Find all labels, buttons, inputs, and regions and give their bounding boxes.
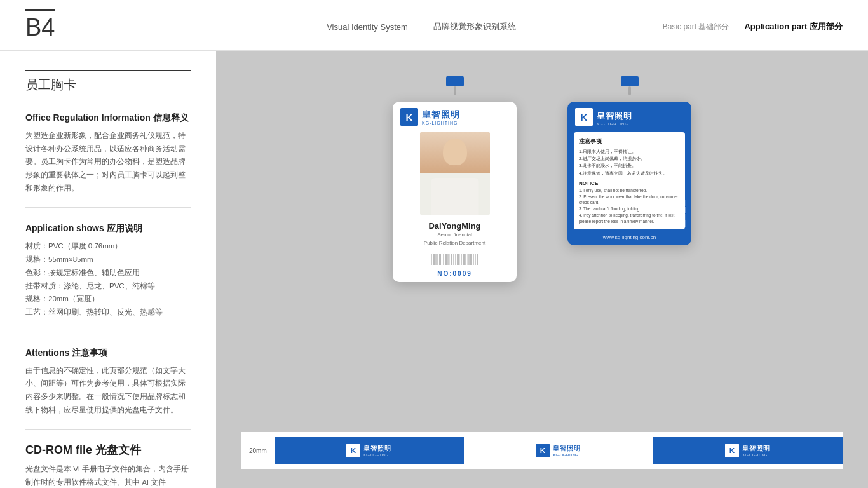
notice-cn-4: 4.注意保管，请离交回，若若失请及时挂失。 bbox=[579, 170, 680, 177]
notice-cn-title: 注意事项 bbox=[579, 137, 680, 146]
page-number: B4 bbox=[25, 10, 55, 41]
card-person-name: DaiYongMing bbox=[393, 217, 517, 232]
stripe-logo-1: 皇智照明 KG-LIGHTING bbox=[363, 444, 391, 457]
back-company-en: KG-LIGHTING bbox=[597, 122, 632, 126]
application-body: 材质：PVC（厚度 0.76mm） 规格：55mm×85mm 色彩：按规定标准色… bbox=[25, 240, 191, 318]
card-person-title: Senior financial bbox=[393, 232, 517, 240]
stripe-cn-2: 皇智照明 bbox=[553, 444, 581, 453]
kg-logo-back: K bbox=[575, 108, 593, 128]
card-photo bbox=[420, 132, 490, 215]
sidebar: 员工胸卡 Office Regulation Information 信息释义 … bbox=[0, 51, 216, 488]
back-website: www.kg-lighting.com.cn bbox=[567, 229, 691, 245]
front-company-en: KG-LIGHTING bbox=[422, 121, 460, 125]
stripe-en-2: KG-LIGHTING bbox=[553, 453, 581, 457]
office-body: 为塑造企业新形象，配合企业商务礼仪规范，特设计各种办公系统用品，以适应各种商务活… bbox=[25, 129, 191, 194]
svg-rect-10 bbox=[679, 200, 686, 206]
kg-logo-front: K bbox=[400, 108, 418, 126]
notice-cn-1: 1.只限本人使用，不得转让。 bbox=[579, 148, 680, 155]
svg-rect-12 bbox=[658, 214, 665, 220]
notice-en-title: NOTICE bbox=[579, 180, 680, 186]
stripe-cn-1: 皇智照明 bbox=[363, 444, 391, 453]
clip-connector-front bbox=[454, 86, 456, 95]
section-title: 员工胸卡 bbox=[25, 76, 191, 93]
id-card-back: K 皇智照明 KG-LIGHTING 注意事项 1.只限本人使用，不得转让。 2… bbox=[567, 102, 691, 245]
stripe-section-1: K 皇智照明 KG-LIGHTING bbox=[275, 437, 464, 464]
main-content: 员工胸卡 Office Regulation Information 信息释义 … bbox=[0, 51, 868, 488]
svg-rect-7 bbox=[658, 207, 665, 213]
id-cards-display: K 皇智照明 KG-LIGHTING bbox=[393, 70, 691, 428]
page-header: B4 Visual Identity System 品牌视觉形象识别系统 Bas… bbox=[0, 0, 868, 51]
svg-text:K: K bbox=[406, 112, 413, 123]
app-line-2: 规格：55mm×85mm bbox=[25, 253, 191, 266]
vis-cn: 品牌视觉形象识别系统 bbox=[433, 21, 516, 32]
decorative-pattern bbox=[658, 200, 686, 227]
office-heading: Office Regulation Information 信息释义 bbox=[25, 112, 191, 124]
header-right: Basic part 基础部分 Application part 应用部分 bbox=[601, 18, 843, 32]
lanyard-bar: 20mm K 皇智照明 KG-LIGHTING K 皇智照明 KG-LIGHTI bbox=[241, 432, 843, 469]
svg-rect-6 bbox=[672, 200, 679, 206]
svg-rect-17 bbox=[665, 220, 672, 227]
header-left: B4 bbox=[25, 9, 241, 41]
lanyard-stripe: K 皇智照明 KG-LIGHTING K 皇智照明 KG-LIGHTING bbox=[275, 437, 843, 464]
notice-en-1: 1. I only use, shall not be transferred. bbox=[579, 187, 680, 194]
svg-rect-18 bbox=[672, 220, 679, 227]
id-card-front: K 皇智照明 KG-LIGHTING bbox=[393, 102, 517, 282]
stripe-en-1: KG-LIGHTING bbox=[363, 453, 391, 457]
application-heading: Application shows 应用说明 bbox=[25, 223, 191, 234]
front-logo-area: K 皇智照明 KG-LIGHTING bbox=[393, 102, 517, 130]
clip-connector-back bbox=[628, 86, 631, 95]
notice-cn-3: 3.此卡不能浸水，不能折叠。 bbox=[579, 162, 680, 169]
app-line-4: 挂带材质：涤纶、尼龙、PVC、纯棉等 bbox=[25, 280, 191, 293]
notice-cn-2: 2.进厂交场上岗佩戴，消损勿令。 bbox=[579, 155, 680, 162]
svg-text:K: K bbox=[351, 446, 356, 454]
svg-text:K: K bbox=[540, 446, 546, 454]
back-company-name: 皇智照明 KG-LIGHTING bbox=[597, 111, 632, 126]
svg-rect-4 bbox=[658, 200, 665, 206]
svg-text:K: K bbox=[729, 446, 735, 454]
svg-rect-16 bbox=[658, 220, 665, 227]
barcode-display bbox=[431, 254, 478, 265]
clip-square-front bbox=[446, 76, 464, 86]
svg-rect-5 bbox=[665, 200, 672, 206]
attentions-heading: Attentions 注意事项 bbox=[25, 348, 191, 359]
svg-rect-9 bbox=[672, 207, 679, 213]
svg-rect-8 bbox=[665, 207, 672, 213]
app-line-6: 工艺：丝网印刷、热转印、反光、热感等 bbox=[25, 306, 191, 319]
stripe-logo-2: 皇智照明 KG-LIGHTING bbox=[553, 444, 581, 457]
lanyard-width-label: 20mm bbox=[249, 447, 267, 454]
person-body bbox=[431, 178, 478, 215]
app-line-3: 色彩：按规定标准色、辅助色应用 bbox=[25, 266, 191, 280]
application-part-label: Application part 应用部分 bbox=[744, 21, 843, 32]
vis-title: Visual Identity System bbox=[327, 22, 408, 32]
back-logo-area: K 皇智照明 KG-LIGHTING bbox=[567, 102, 691, 132]
lanyard-clip-back bbox=[620, 76, 639, 102]
svg-text:K: K bbox=[581, 112, 588, 123]
stripe-en-3: KG-LIGHTING bbox=[742, 453, 770, 457]
app-line-1: 材质：PVC（厚度 0.76mm） bbox=[25, 240, 191, 253]
basic-part-label: Basic part 基础部分 bbox=[663, 22, 729, 32]
cdrom-heading: CD-ROM file 光盘文件 bbox=[25, 442, 191, 458]
front-company-name: 皇智照明 KG-LIGHTING bbox=[422, 109, 460, 125]
person-head bbox=[443, 139, 467, 165]
svg-rect-19 bbox=[679, 220, 686, 227]
card-number: NO:0009 bbox=[393, 269, 517, 282]
back-card-wrapper: K 皇智照明 KG-LIGHTING 注意事项 1.只限本人使用，不得转让。 2… bbox=[567, 76, 691, 245]
cdrom-body: 光盘文件是本 VI 手册电子文件的集合，内含手册制作时的专用软件格式文件。其中 … bbox=[25, 463, 191, 488]
clip-square-back bbox=[621, 76, 639, 86]
svg-rect-13 bbox=[665, 214, 672, 220]
header-center: Visual Identity System 品牌视觉形象识别系统 bbox=[241, 18, 601, 32]
attentions-body: 由于信息的不确定性，此页部分规范（如文字大小、间距等）可作为参考使用，具体可根据… bbox=[25, 364, 191, 417]
card-person-dept: Public Relation Department bbox=[393, 240, 517, 251]
stripe-section-2: K 皇智照明 KG-LIGHTING bbox=[464, 437, 653, 464]
stripe-section-3: K 皇智照明 KG-LIGHTING bbox=[653, 437, 843, 464]
card-barcode bbox=[393, 251, 517, 269]
app-line-5: 规格：20mm（宽度） bbox=[25, 292, 191, 306]
back-company-cn: 皇智照明 bbox=[597, 111, 632, 122]
stripe-cn-3: 皇智照明 bbox=[742, 444, 770, 453]
svg-rect-15 bbox=[679, 214, 686, 220]
stripe-logo-3: 皇智照明 KG-LIGHTING bbox=[742, 444, 770, 457]
front-company-cn: 皇智照明 bbox=[422, 109, 460, 121]
canvas-area: K 皇智照明 KG-LIGHTING bbox=[216, 51, 868, 488]
lanyard-clip-front bbox=[445, 76, 465, 102]
svg-rect-14 bbox=[672, 214, 679, 220]
